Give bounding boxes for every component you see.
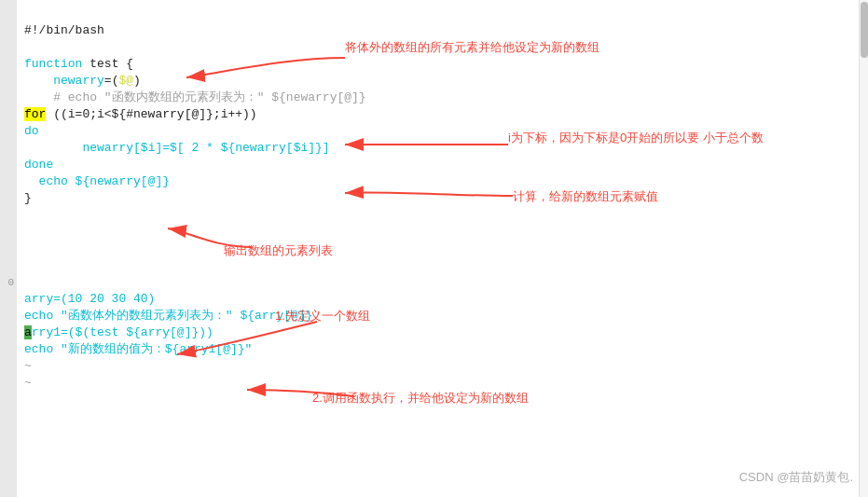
arry-def: arry=(10 20 30 40) [24, 292, 155, 306]
function-keyword: function [24, 57, 82, 71]
blank-line-12 [24, 258, 32, 272]
comment-echo: # echo "函数内数组的元素列表为：" ${newarry[@]} [53, 90, 365, 104]
function-name: test [90, 57, 118, 71]
newarry-assign: newarry [53, 74, 104, 88]
for-condition: ((i=0;i<${#newarry[@]};i++)) [46, 107, 256, 121]
open-brace: { [126, 57, 133, 71]
credit-text: CSDN @苗苗奶黄包. [739, 469, 853, 486]
scrollbar-vertical[interactable] [859, 0, 868, 497]
tilde1: ~ [24, 359, 32, 373]
echo-arry: echo "函数体外的数组元素列表为：" ${arry[@]} [24, 309, 312, 323]
arry1-def: rry1=($(test ${arry[@]})) [32, 325, 214, 339]
do-keyword: do [24, 124, 39, 138]
editor-area: 0 #!/bin/bash function test { newarry=($… [0, 0, 868, 497]
line-numbers: 0 [0, 0, 17, 497]
for-keyword: for [24, 107, 46, 121]
a-highlight: a [24, 325, 32, 339]
echo-newarry: echo ${newarry[@]} [39, 174, 170, 188]
done-keyword: done [24, 158, 53, 172]
calc-assign: newarry[$i]=$[ 2 * ${newarry[$i]}] [82, 141, 329, 155]
tilde2: ~ [24, 376, 32, 390]
scrollbar-thumb[interactable] [861, 2, 868, 58]
echo-arry1: echo "新的数组的值为：${arry1[@]}" [24, 342, 252, 356]
shebang-line: #!/bin/bash [24, 23, 104, 37]
close-brace: } [24, 191, 32, 205]
code-content[interactable]: #!/bin/bash function test { newarry=($@)… [17, 0, 868, 497]
